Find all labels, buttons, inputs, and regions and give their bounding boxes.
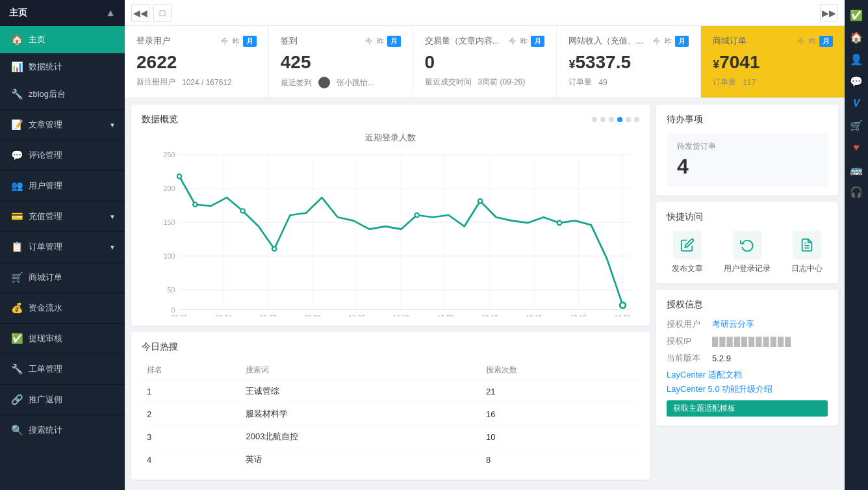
quick-item-publish[interactable]: 发布文章 <box>672 231 703 274</box>
pending-value: 4 <box>677 155 817 179</box>
stat-tab-today-4[interactable]: 今 <box>652 36 661 47</box>
login-record-icon <box>733 231 761 259</box>
sidebar-item-shop-order[interactable]: 🛒 商城订单 <box>0 264 125 291</box>
auth-user-value[interactable]: 考研云分享 <box>712 318 754 330</box>
right-icon-home[interactable]: 🏠 <box>847 27 866 47</box>
right-panel: 待办事项 待发货订单 4 快捷访问 <box>656 105 838 426</box>
sidebar-item-search[interactable]: 🔍 搜索统计 <box>0 417 125 444</box>
stat-card-revenue-header: 网站收入（充值、... 今 昨 月 <box>568 35 689 47</box>
quick-access-title: 快捷访问 <box>667 211 828 223</box>
row2-count: 16 <box>481 403 639 426</box>
sidebar-collapse-btn[interactable]: ▲ <box>105 7 116 19</box>
pending-title: 待办事项 <box>667 114 828 125</box>
chart-point <box>557 221 562 226</box>
stat-title-shop: 商城订单 <box>713 35 747 47</box>
auth-link-2[interactable]: LayCenter 5.0 功能升级介绍 <box>667 383 828 395</box>
stat-tab-today-5[interactable]: 今 <box>796 36 806 47</box>
sidebar-item-fund[interactable]: 💰 资金流水 <box>0 294 125 322</box>
row3-count: 10 <box>481 426 639 448</box>
quick-access-card: 快捷访问 发布文章 <box>656 202 838 283</box>
stat-tab-month-5[interactable]: 月 <box>819 36 833 47</box>
svg-text:100: 100 <box>163 252 175 260</box>
auth-links: LayCenter 适配文档 LayCenter 5.0 功能升级介绍 获取主题… <box>667 369 828 417</box>
stat-sub-label-transaction: 最近成交时间 <box>425 77 472 88</box>
sidebar-item-withdraw[interactable]: ✅ 提现审核 <box>0 325 125 352</box>
stat-sub-label-signin: 最近签到 <box>281 77 312 88</box>
right-icon-bag[interactable]: 🛒 <box>847 116 866 135</box>
stat-title-signin: 签到 <box>281 35 298 47</box>
dot-4-active[interactable] <box>617 117 622 122</box>
stat-tab-month-4[interactable]: 月 <box>675 36 689 47</box>
arrow-down-icon: ▼ <box>109 122 116 129</box>
doc-svg-icon <box>800 238 814 252</box>
currency-sign-revenue: ¥ <box>568 58 575 71</box>
auth-link-1[interactable]: LayCenter 适配文档 <box>667 369 828 381</box>
stat-tabs-revenue: 今 昨 月 <box>652 36 689 47</box>
sidebar-item-home[interactable]: 🏠 主页 <box>0 26 125 53</box>
row4-rank: 4 <box>142 448 240 471</box>
stat-tab-yesterday-2[interactable]: 昨 <box>376 36 385 47</box>
quick-item-login-record[interactable]: 用户登录记录 <box>724 231 771 274</box>
sidebar-item-promo[interactable]: 🔗 推广返佣 <box>0 386 125 413</box>
stat-tab-month-2[interactable]: 月 <box>387 36 401 47</box>
stat-card-shop: 商城订单 今 昨 月 ¥7041 订单量 117 <box>701 26 845 97</box>
dot-1[interactable] <box>592 117 597 122</box>
withdraw-icon: ✅ <box>11 333 23 344</box>
right-icon-truck[interactable]: 🚌 <box>847 160 866 179</box>
right-icon-heart[interactable]: ♥ <box>847 138 866 157</box>
search-icon: 🔍 <box>11 424 23 436</box>
chart-point <box>193 203 198 207</box>
right-icon-check[interactable]: ✅ <box>847 5 866 25</box>
dot-3[interactable] <box>609 117 614 122</box>
stat-value-login: 2622 <box>136 52 257 73</box>
stat-tab-yesterday-1[interactable]: 昨 <box>231 36 241 47</box>
dot-6[interactable] <box>634 117 639 122</box>
svg-text:09-21: 09-21 <box>172 313 188 316</box>
row2-keyword: 服装材料学 <box>240 403 481 426</box>
stat-tab-yesterday-4[interactable]: 昨 <box>663 36 673 47</box>
stat-tab-month-3[interactable]: 月 <box>531 36 544 47</box>
sidebar-item-article[interactable]: 📝 文章管理 ▼ <box>0 111 125 138</box>
pending-card: 待办事项 待发货订单 4 <box>656 105 838 196</box>
stat-tab-today-3[interactable]: 今 <box>507 36 517 47</box>
quick-item-log[interactable]: 日志中心 <box>791 231 823 274</box>
expand-button[interactable]: ▶▶ <box>820 4 838 22</box>
stat-sub-value-revenue: 49 <box>598 78 607 87</box>
edit-svg-icon <box>680 238 695 252</box>
right-icon-v[interactable]: V <box>847 94 866 113</box>
auth-template-btn[interactable]: 获取主题适配模板 <box>667 400 828 417</box>
auth-ip-label: 授权IP <box>667 335 712 347</box>
chart-point <box>177 174 182 179</box>
sidebar-item-data-stats[interactable]: 📊 数据统计 <box>0 53 125 81</box>
back-button[interactable]: ◀◀ <box>131 4 149 22</box>
stat-sub-shop: 订单量 117 <box>713 77 833 88</box>
sidebar-item-order[interactable]: 📋 订单管理 ▼ <box>0 233 125 261</box>
sidebar-header: 主页 ▲ <box>0 0 125 26</box>
stat-sub-label-login: 新注册用户 <box>136 77 175 88</box>
stat-tab-today-2[interactable]: 今 <box>364 36 374 47</box>
stat-tab-yesterday-3[interactable]: 昨 <box>519 36 529 47</box>
stat-card-login: 登录用户 今 昨 月 2622 新注册用户 1024 / 167612 <box>125 26 269 97</box>
stat-tab-today-1[interactable]: 今 <box>220 36 229 47</box>
sidebar-item-withdraw-label: 提现审核 <box>29 333 62 344</box>
sidebar-item-recharge[interactable]: 💳 充值管理 ▼ <box>0 203 125 230</box>
quick-label-log: 日志中心 <box>791 263 823 274</box>
sidebar-item-user[interactable]: 👥 用户管理 <box>0 172 125 200</box>
right-icon-user[interactable]: 👤 <box>847 49 866 69</box>
page-button[interactable]: □ <box>153 4 172 22</box>
topbar: ◀◀ □ ▶▶ <box>125 0 845 26</box>
stat-tab-yesterday-5[interactable]: 昨 <box>808 36 817 47</box>
sidebar-item-zblog[interactable]: 🔧 zblog后台 <box>0 81 125 108</box>
stat-tab-month-1[interactable]: 月 <box>243 36 257 47</box>
sidebar-item-comment[interactable]: 💬 评论管理 <box>0 142 125 169</box>
auth-version-value: 5.2.9 <box>712 354 731 363</box>
dot-2[interactable] <box>600 117 606 122</box>
right-icon-headphone[interactable]: 🎧 <box>847 182 866 201</box>
right-icon-wechat[interactable]: 💬 <box>847 71 866 91</box>
article-icon: 📝 <box>11 119 23 131</box>
dot-5[interactable] <box>626 117 631 122</box>
row3-keyword: 2003北航自控 <box>240 426 481 448</box>
sidebar-item-task[interactable]: 🔧 工单管理 <box>0 355 125 383</box>
stat-tabs-transaction: 今 昨 月 <box>507 36 544 47</box>
divider-10 <box>0 384 125 385</box>
